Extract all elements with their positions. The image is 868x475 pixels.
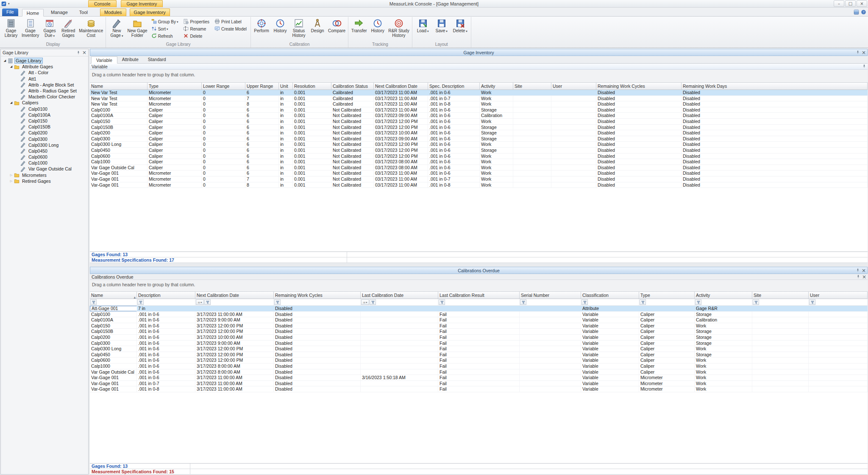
table-row[interactable]: Calp0100A.001 in 0-63/17/2023 9:00:00 AM… bbox=[90, 317, 868, 323]
table-row[interactable]: New Var TestMicrometer08in0.001Calibrate… bbox=[90, 101, 868, 107]
column-header-spec-description[interactable]: Spec. Description bbox=[428, 83, 480, 89]
column-header-remaining-work-cycles[interactable]: Remaining Work Cycles bbox=[596, 83, 682, 89]
ribbon-button-group-by[interactable]: Group By▾ bbox=[150, 18, 179, 25]
column-header-remaining-work-days[interactable]: Remaining Work Days bbox=[682, 83, 868, 89]
tab-manage[interactable]: Manage bbox=[47, 8, 72, 16]
column-header-next-calibration-date[interactable]: Next Calibration Date bbox=[195, 292, 274, 299]
tab-variable[interactable]: Variable bbox=[91, 56, 117, 64]
table-row[interactable]: Calp0150.001 in 0-63/17/2023 12:00:00 PM… bbox=[90, 323, 868, 329]
filter-funnel-icon[interactable] bbox=[137, 299, 144, 305]
style-icon[interactable] bbox=[854, 9, 859, 15]
tree-item-calp0100a[interactable]: Calp0100A bbox=[1, 112, 88, 118]
table-row[interactable]: Calp1000Caliper06in0.001Not Calibrated03… bbox=[90, 159, 868, 165]
tree-item-calp0150[interactable]: Calp0150 bbox=[1, 118, 88, 124]
tab-modules[interactable]: Modules bbox=[100, 8, 126, 16]
filter-cell-description[interactable] bbox=[137, 299, 195, 305]
filter-cell-name[interactable] bbox=[90, 299, 137, 305]
tree-item-calp0450[interactable]: Calp0450 bbox=[1, 148, 88, 154]
ribbon-button-gage-library[interactable]: GageLibrary bbox=[2, 17, 20, 42]
tree-collapse-icon[interactable]: ◢ bbox=[2, 59, 8, 62]
tab-attribute[interactable]: Attribute bbox=[117, 56, 143, 63]
ribbon-button-r-r-study-history[interactable]: R&R StudyHistory bbox=[387, 17, 410, 42]
app-icon[interactable] bbox=[1, 1, 6, 6]
ribbon-button-new-gage-folder[interactable]: New GageFolder bbox=[126, 17, 148, 42]
close-icon[interactable]: × bbox=[862, 268, 866, 273]
close-icon[interactable]: × bbox=[82, 50, 86, 55]
column-header-calibration-status[interactable]: Calibration Status bbox=[331, 83, 374, 89]
ribbon-button-history[interactable]: History bbox=[271, 17, 289, 42]
tree-item-gage-library[interactable]: ◢Gage Library bbox=[1, 58, 88, 64]
column-header-serial-number[interactable]: Serial Number bbox=[520, 292, 581, 299]
filter-cell-next-calibration-date[interactable]: =▾ bbox=[195, 299, 274, 305]
filter-funnel-icon[interactable] bbox=[695, 299, 701, 305]
ribbon-button-delete[interactable]: Delete bbox=[182, 33, 210, 40]
table-row[interactable]: Var-Gage 001.001 in 0-63/17/2023 11:00:0… bbox=[90, 375, 868, 381]
pin-icon[interactable] bbox=[856, 50, 860, 55]
table-row[interactable]: Calp0450Caliper06in0.001Not Calibrated03… bbox=[90, 148, 868, 154]
tree-item-var-gage-outside-cal[interactable]: Var Gage Outside Cal bbox=[1, 166, 88, 172]
pin-icon[interactable] bbox=[862, 64, 866, 69]
table-row[interactable]: Calp0450.001 in 0-63/17/2023 12:00:00 PM… bbox=[90, 352, 868, 358]
tree-item-calp0200[interactable]: Calp0200 bbox=[1, 130, 88, 136]
ribbon-button-gages-due[interactable]: GagesDue▾ bbox=[40, 17, 59, 42]
tab-tool[interactable]: Tool bbox=[75, 8, 92, 16]
tree-item-att-color[interactable]: Att - Color bbox=[1, 70, 88, 75]
table-row[interactable]: Calp0100.001 in 0-63/17/2023 11:00:00 AM… bbox=[90, 312, 868, 318]
ribbon-button-properties[interactable]: Properties bbox=[182, 18, 210, 25]
filter-funnel-icon[interactable] bbox=[90, 299, 97, 305]
table-row[interactable]: Var-Gage 001Micrometer08in0.001Not Calib… bbox=[90, 182, 868, 188]
filter-cell-serial-number[interactable] bbox=[520, 299, 581, 305]
table-row[interactable]: Calp0100Caliper06in0.001Not Calibrated03… bbox=[90, 107, 868, 113]
filter-cell-type[interactable] bbox=[639, 299, 695, 305]
close-icon[interactable]: × bbox=[862, 275, 866, 279]
help-icon[interactable]: ? bbox=[861, 9, 866, 15]
ribbon-button-save[interactable]: Save▾ bbox=[432, 17, 451, 42]
ribbon-button-perform[interactable]: Perform bbox=[252, 17, 271, 42]
filter-funnel-icon[interactable] bbox=[204, 299, 211, 305]
tree-item-micrometers[interactable]: ▷Micrometers bbox=[1, 172, 88, 178]
column-header-user[interactable]: User bbox=[551, 83, 596, 89]
ribbon-button-rename[interactable]: Rename bbox=[182, 25, 210, 33]
table-row[interactable]: Var-Gage 001Micrometer07in0.001Not Calib… bbox=[90, 176, 868, 182]
column-header-remaining-work-cycles[interactable]: Remaining Work Cycles bbox=[274, 292, 361, 299]
ribbon-button-refresh[interactable]: Refresh bbox=[150, 33, 179, 40]
ribbon-button-print-label[interactable]: Print Label bbox=[214, 18, 248, 25]
ribbon-button-load[interactable]: Load▾ bbox=[414, 17, 432, 42]
filter-funnel-icon[interactable] bbox=[370, 299, 376, 305]
ribbon-button-gage-inventory[interactable]: GageInventory bbox=[20, 17, 40, 42]
table-row[interactable]: Var Gage Outside Cal.001 in 0-63/17/2023… bbox=[90, 369, 868, 375]
tree-item-calp0100[interactable]: Calp0100 bbox=[1, 106, 88, 112]
table-row[interactable]: Calp0600Caliper06in0.001Not Calibrated03… bbox=[90, 154, 868, 159]
tree-collapse-icon[interactable]: ◢ bbox=[8, 101, 14, 104]
ribbon-button-delete[interactable]: Delete▾ bbox=[451, 17, 470, 42]
filter-funnel-icon[interactable] bbox=[274, 299, 281, 305]
filter-cell-site[interactable] bbox=[752, 299, 809, 305]
filter-cell-classification[interactable] bbox=[581, 299, 639, 305]
column-header-lower-range[interactable]: Lower Range bbox=[202, 83, 245, 89]
tree-item-calp0150b[interactable]: Calp0150B bbox=[1, 124, 88, 130]
tree-item-calp0300[interactable]: Calp0300 bbox=[1, 136, 88, 142]
column-header-type[interactable]: Type bbox=[639, 292, 695, 299]
filter-cell-activity[interactable] bbox=[695, 299, 752, 305]
table-row[interactable]: Var-Gage 001Micrometer06in0.001Not Calib… bbox=[90, 170, 868, 176]
table-row[interactable]: Var Gage Outside CalCaliper06in0.001Not … bbox=[90, 165, 868, 171]
table-row[interactable]: Att-Gage 0017 inDisabledAttributeGage R&… bbox=[90, 306, 868, 312]
filter-funnel-icon[interactable] bbox=[520, 299, 526, 305]
column-header-unit[interactable]: Unit bbox=[279, 83, 293, 89]
ribbon-button-maintenance-cost[interactable]: MaintenanceCost bbox=[78, 17, 104, 42]
ribbon-button-retired-gages[interactable]: RetiredGages bbox=[59, 17, 78, 42]
filter-funnel-icon[interactable] bbox=[753, 299, 759, 305]
column-header-last-calibration-date[interactable]: Last Calibration Date bbox=[361, 292, 438, 299]
tree-item-retired-gages[interactable]: ▷Retired Gages bbox=[1, 178, 88, 184]
column-header-site[interactable]: Site bbox=[513, 83, 551, 89]
table-row[interactable]: Calp0300Caliper06in0.001Not Calibrated03… bbox=[90, 136, 868, 142]
tree-item-attrib-radius-gage-set[interactable]: Attrib - Radius Gage Set bbox=[1, 88, 88, 94]
minimize-button[interactable]: – bbox=[834, 0, 844, 7]
pin-icon[interactable] bbox=[856, 268, 860, 273]
table-row[interactable]: Calp1000.001 in 0-63/17/2023 8:00:00 AMD… bbox=[90, 363, 868, 369]
gage-inventory-panel-header[interactable]: Gage Inventory × bbox=[90, 49, 868, 56]
ribbon-button-transfer[interactable]: Transfer bbox=[350, 17, 368, 42]
close-icon[interactable]: × bbox=[862, 50, 866, 55]
close-button[interactable]: × bbox=[857, 0, 867, 7]
column-header-upper-range[interactable]: Upper Range bbox=[245, 83, 279, 89]
